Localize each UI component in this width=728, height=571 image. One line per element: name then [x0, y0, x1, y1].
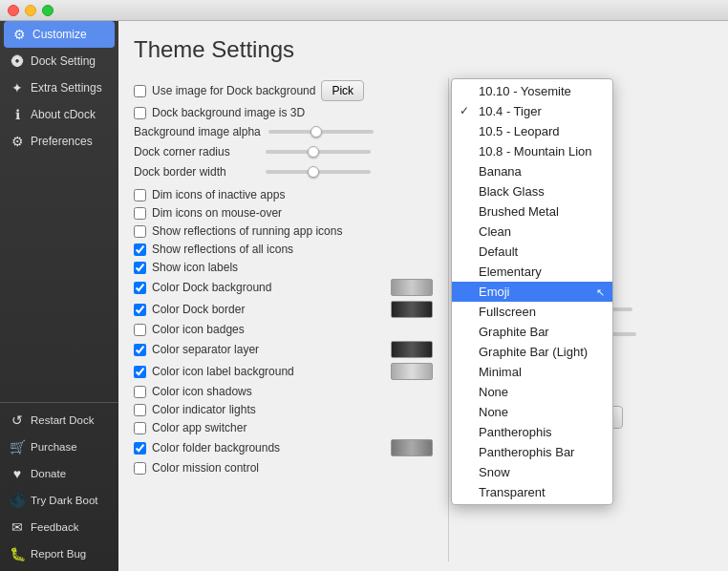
dropdown-item-yosemite[interactable]: 10.10 - Yosemite	[452, 81, 612, 101]
dock-bg-3d-label: Dock background image is 3D	[152, 106, 305, 119]
color-icon-label-bg-row: Color icon label background	[134, 361, 433, 382]
color-separator-swatch[interactable]	[391, 341, 433, 358]
color-app-switcher-checkbox[interactable]	[134, 422, 146, 434]
color-dock-border-checkbox[interactable]	[134, 304, 146, 316]
sidebar-item-purchase[interactable]: 🛒 Purchase	[0, 434, 118, 460]
sidebar-item-dock-setting[interactable]: 🞉 Dock Setting	[0, 48, 118, 74]
sidebar-item-report-bug[interactable]: 🐛 Report Bug	[0, 540, 118, 567]
color-folder-bg-swatch[interactable]	[391, 439, 433, 456]
color-dock-bg-swatch[interactable]	[391, 279, 433, 296]
dim-inactive-checkbox[interactable]	[134, 189, 146, 201]
use-image-dock-bg-row: Use image for Dock background Pick	[134, 78, 433, 103]
sidebar-label-preferences: Preferences	[31, 135, 93, 148]
sidebar-label-donate: Donate	[31, 468, 66, 479]
main-content: Theme Settings Use image for Dock backgr…	[118, 21, 728, 571]
cursor-indicator: ↖	[596, 286, 605, 298]
dock-border-width-thumb[interactable]	[308, 166, 319, 178]
color-indicator-lights-checkbox[interactable]	[134, 404, 146, 416]
dim-mouseover-checkbox[interactable]	[134, 207, 146, 220]
color-dock-bg-checkbox[interactable]	[134, 282, 146, 294]
color-mission-control-checkbox[interactable]	[134, 462, 146, 475]
dim-inactive-label: Dim icons of inactive apps	[152, 188, 285, 201]
show-icon-labels-checkbox[interactable]	[134, 262, 146, 274]
dropdown-item-tiger[interactable]: 10.4 - Tiger	[452, 101, 612, 121]
dim-mouseover-row: Dim icons on mouse-over	[134, 204, 433, 222]
color-icon-label-bg-swatch[interactable]	[391, 363, 433, 380]
sidebar-bottom-items: ↺ Restart Dock 🛒 Purchase ♥ Donate 🌑 Try…	[0, 402, 118, 571]
dropdown-item-default[interactable]: Default	[452, 242, 612, 262]
color-dock-bg-label: Color Dock background	[152, 281, 271, 294]
dropdown-item-graphite-bar[interactable]: Graphite Bar	[452, 322, 612, 342]
dropdown-item-leopard[interactable]: 10.5 - Leopard	[452, 121, 612, 141]
color-icon-label-bg-checkbox[interactable]	[134, 366, 146, 378]
dropdown-item-pantherophis-bar[interactable]: Pantherophis Bar	[452, 442, 612, 462]
dropdown-item-none1[interactable]: None	[452, 382, 612, 402]
bg-alpha-thumb[interactable]	[310, 126, 322, 137]
dropdown-item-none2[interactable]: None	[452, 402, 612, 422]
left-settings-panel: Use image for Dock background Pick Dock …	[134, 78, 433, 561]
theme-dropdown: 10.10 - Yosemite 10.4 - Tiger 10.5 - Leo…	[451, 78, 613, 505]
sidebar-item-customize[interactable]: ⚙ Customize	[4, 21, 115, 48]
sidebar-item-donate[interactable]: ♥ Donate	[0, 460, 118, 487]
try-dark-boot-icon: 🌑	[10, 493, 25, 508]
sidebar-item-feedback[interactable]: ✉ Feedback	[0, 514, 118, 540]
dock-corner-radius-row: Dock corner radius	[134, 142, 433, 161]
dropdown-item-banana[interactable]: Banana	[452, 161, 612, 181]
purchase-icon: 🛒	[10, 439, 25, 455]
use-image-dock-bg-checkbox[interactable]	[134, 85, 146, 97]
dock-bg-3d-row: Dock background image is 3D	[134, 104, 433, 121]
color-icon-shadows-label: Color icon shadows	[152, 385, 252, 398]
dropdown-item-snow[interactable]: Snow	[452, 462, 612, 482]
dock-corner-radius-thumb[interactable]	[308, 146, 319, 158]
use-image-dock-bg-label: Use image for Dock background	[152, 84, 315, 97]
color-icon-badges-row: Color icon badges	[134, 321, 433, 338]
sidebar-label-dock-setting: Dock Setting	[31, 54, 96, 68]
dim-mouseover-label: Dim icons on mouse-over	[152, 206, 282, 220]
show-reflections-running-checkbox[interactable]	[134, 225, 146, 238]
color-folder-bg-checkbox[interactable]	[134, 442, 146, 455]
dropdown-item-emoji[interactable]: Emoji ↖	[452, 282, 612, 302]
color-app-switcher-label: Color app switcher	[152, 421, 246, 434]
dropdown-item-graphite-bar-light[interactable]: Graphite Bar (Light)	[452, 342, 612, 362]
preferences-icon: ⚙	[10, 134, 25, 149]
color-separator-row: Color separator layer	[134, 339, 433, 360]
color-icon-shadows-checkbox[interactable]	[134, 386, 146, 398]
dock-bg-3d-checkbox[interactable]	[134, 107, 146, 119]
sidebar-item-about[interactable]: ℹ About cDock	[0, 101, 118, 128]
sidebar-item-extra-settings[interactable]: ✦ Extra Settings	[0, 74, 118, 101]
color-icon-badges-checkbox[interactable]	[134, 324, 146, 336]
show-reflections-all-checkbox[interactable]	[134, 243, 146, 256]
dropdown-item-black-glass[interactable]: Black Glass	[452, 181, 612, 201]
bg-alpha-track	[268, 130, 374, 134]
color-dock-border-swatch[interactable]	[391, 301, 433, 318]
dropdown-item-mountain-lion[interactable]: 10.8 - Mountain Lion	[452, 141, 612, 161]
maximize-button[interactable]	[42, 5, 54, 16]
dropdown-item-clean[interactable]: Clean	[452, 222, 612, 242]
dropdown-item-fullscreen[interactable]: Fullscreen	[452, 302, 612, 322]
show-icon-labels-label: Show icon labels	[152, 261, 238, 274]
about-icon: ℹ	[10, 107, 25, 122]
feedback-icon: ✉	[10, 519, 25, 535]
dropdown-item-transparent[interactable]: Transparent	[452, 482, 612, 502]
color-icon-shadows-row: Color icon shadows	[134, 383, 433, 400]
dropdown-item-elementary[interactable]: Elementary	[452, 262, 612, 282]
sidebar: ⚙ Customize 🞉 Dock Setting ✦ Extra Setti…	[0, 21, 118, 571]
pick-button[interactable]: Pick	[321, 80, 364, 101]
dropdown-item-pantherophis[interactable]: Pantherophis	[452, 422, 612, 442]
dock-setting-icon: 🞉	[10, 53, 25, 69]
customize-icon: ⚙	[11, 27, 27, 42]
sidebar-label-about: About cDock	[31, 108, 96, 121]
color-app-switcher-row: Color app switcher	[134, 419, 433, 436]
color-separator-checkbox[interactable]	[134, 344, 146, 356]
sidebar-label-try-dark-boot: Try Dark Boot	[31, 495, 98, 506]
dropdown-item-minimal[interactable]: Minimal	[452, 362, 612, 382]
sidebar-item-restart-dock[interactable]: ↺ Restart Dock	[0, 407, 118, 434]
sidebar-item-try-dark-boot[interactable]: 🌑 Try Dark Boot	[0, 487, 118, 514]
color-indicator-lights-row: Color indicator lights	[134, 401, 433, 418]
sidebar-item-preferences[interactable]: ⚙ Preferences	[0, 128, 118, 155]
dock-border-width-row: Dock border width	[134, 162, 433, 181]
dropdown-item-brushed-metal[interactable]: Brushed Metal	[452, 201, 612, 222]
minimize-button[interactable]	[25, 5, 36, 16]
close-button[interactable]	[8, 5, 19, 16]
color-dock-bg-row: Color Dock background	[134, 277, 433, 298]
